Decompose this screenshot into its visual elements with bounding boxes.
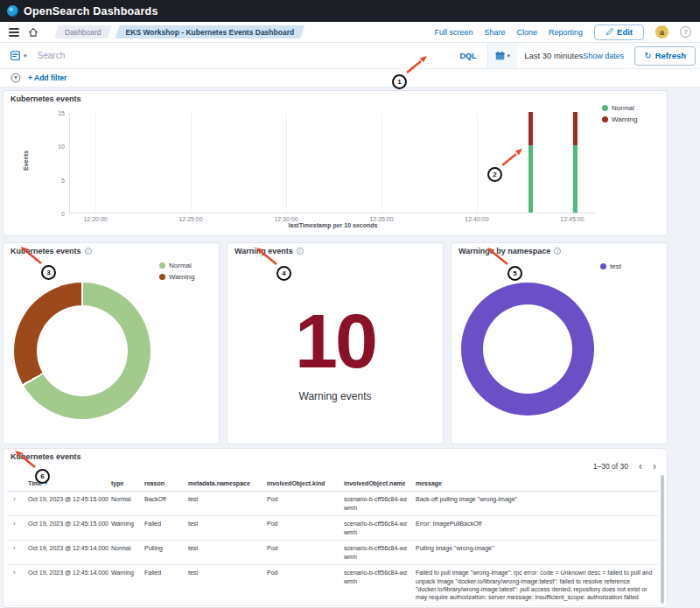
legend-dot-icon [159, 262, 165, 269]
annotation-number: 5 [508, 266, 522, 281]
cell-namespace: test [186, 516, 264, 531]
edit-button-label: Edit [617, 27, 633, 37]
panel-kubernetes-events-donut: Kubernetes events i NormalWarning [3, 242, 220, 444]
legend-item[interactable]: test [600, 262, 621, 270]
annotation-number: 3 [41, 265, 56, 280]
menu-hamburger-icon[interactable] [9, 28, 19, 37]
refresh-button[interactable]: ↻ Refresh [634, 46, 696, 66]
column-header-type[interactable]: type [108, 476, 142, 491]
pencil-icon [606, 28, 613, 36]
metric-value: 10 [228, 303, 443, 380]
expand-row-icon[interactable]: › [8, 541, 25, 557]
cell-message: Pulling image "wrong-image" [413, 541, 659, 556]
legend-item[interactable]: Normal [602, 104, 638, 112]
panel-warnings-by-namespace: Warnings by namespace i test [451, 242, 668, 444]
annotation-arrow-icon [499, 145, 525, 168]
column-header-reason[interactable]: reason [142, 476, 186, 491]
quick-select-date-button[interactable]: ▾ [488, 43, 518, 68]
page-next-icon[interactable]: › [653, 461, 656, 472]
legend-dot-icon [602, 116, 608, 122]
chevron-down-icon[interactable]: ▾ [24, 52, 27, 59]
full-screen-link[interactable]: Full screen [434, 28, 472, 37]
avatar[interactable]: a [655, 25, 668, 38]
legend-dot-icon [159, 274, 165, 280]
page-prev-icon[interactable]: ‹ [639, 461, 642, 472]
cell-kind: Pod [264, 541, 341, 556]
breadcrumb: Dashboard EKS Workshop - Kubernetes Even… [54, 25, 304, 38]
bar-segment-warning[interactable] [528, 112, 533, 145]
saved-query-icon[interactable] [10, 51, 20, 60]
annotation-marker-1: 1 [392, 74, 407, 89]
x-tick-label: 12:25:00 [178, 216, 202, 222]
info-icon[interactable]: i [297, 248, 304, 255]
share-link[interactable]: Share [484, 28, 505, 37]
table-row: ›Oct 19, 2023 @ 12:45:15.000WarningFaile… [8, 516, 659, 541]
legend-item[interactable]: Warning [159, 273, 195, 281]
cell-time: Oct 19, 2023 @ 12:45:15.000 [25, 492, 108, 507]
namespace-donut-chart[interactable] [461, 283, 594, 416]
expand-row-icon[interactable]: › [8, 516, 25, 533]
cell-type: Normal [108, 541, 142, 556]
expand-row-icon[interactable]: › [8, 492, 25, 508]
cell-name: scenario-b-cff56c84-wzwmh [341, 492, 413, 515]
calendar-icon [495, 51, 505, 60]
metric-label: Warning events [228, 390, 443, 402]
breadcrumb-current-dashboard[interactable]: EKS Workshop - Kubernetes Events Dashboa… [116, 25, 305, 38]
add-filter-link[interactable]: + Add filter [28, 73, 66, 82]
annotation-marker-4: 4 [276, 266, 291, 281]
y-tick-label: 10 [58, 143, 65, 150]
refresh-button-label: Refresh [655, 51, 686, 60]
cell-kind: Pod [264, 516, 341, 531]
help-icon[interactable]: ? [680, 26, 691, 38]
edit-button[interactable]: Edit [594, 24, 644, 40]
refresh-icon: ↻ [644, 51, 651, 60]
time-range-value[interactable]: Last 30 minutes [524, 51, 583, 60]
reporting-link[interactable]: Reporting [549, 28, 583, 37]
breadcrumb-dashboard[interactable]: Dashboard [54, 25, 112, 38]
y-tick-label: 0 [61, 211, 65, 217]
dql-button[interactable]: DQL [450, 52, 487, 60]
x-tick-label: 12:40:00 [465, 216, 488, 222]
top-app-bar: OpenSearch Dashboards [0, 0, 700, 22]
column-header-involvedobject-kind[interactable]: involvedObject.kind [264, 476, 341, 491]
bar-segment-normal[interactable] [573, 145, 578, 213]
column-header-metadata-namespace[interactable]: metadata.namespace [186, 476, 264, 491]
navigation-bar: Dashboard EKS Workshop - Kubernetes Even… [0, 22, 700, 43]
info-icon[interactable]: i [554, 248, 561, 255]
info-icon[interactable]: i [85, 248, 92, 255]
annotation-marker-5: 5 [508, 266, 522, 281]
table-row: ›Oct 19, 2023 @ 12:45:15.000NormalBackOf… [8, 492, 659, 516]
legend-dot-icon [602, 105, 608, 111]
x-tick-label: 12:35:00 [369, 216, 393, 222]
column-header-involvedobject-name[interactable]: involvedObject.name [341, 476, 413, 491]
cell-message: Failed to pull image "wrong-image": rpc … [413, 565, 659, 605]
home-icon[interactable] [28, 27, 38, 38]
show-dates-link[interactable]: Show dates [583, 52, 634, 60]
events-donut-legend: NormalWarning [159, 262, 195, 281]
cell-type: Normal [108, 492, 142, 507]
cell-type: Warning [108, 516, 142, 531]
filter-icon[interactable] [10, 73, 21, 83]
events-donut-chart[interactable] [14, 283, 150, 419]
panel-kubernetes-events-table: Kubernetes events 1–30 of 30 ‹ › Time▼ty… [3, 448, 668, 608]
bar-segment-normal[interactable] [528, 145, 533, 213]
cell-name: scenario-b-cff56c84-wzwmh [341, 565, 413, 589]
cell-name: scenario-b-cff56c84-wzwmh [341, 541, 413, 564]
cell-message: Error: ImagePullBackOff [413, 516, 659, 531]
legend-item[interactable]: Warning [602, 115, 638, 123]
dashboard-grid: Kubernetes events Events 12:20:0012:25:0… [0, 87, 700, 608]
annotation-number: 1 [392, 74, 407, 89]
cell-kind: Pod [264, 492, 341, 507]
table-scrollbar[interactable] [661, 475, 664, 604]
annotation-marker-2: 2 [487, 167, 502, 182]
column-header-message[interactable]: message [413, 476, 659, 491]
annotation-arrow-icon [403, 52, 430, 75]
annotation-number: 6 [35, 469, 50, 484]
search-input[interactable]: ▾ Search [0, 51, 450, 60]
namespace-donut-legend: test [600, 262, 621, 270]
legend-item[interactable]: Normal [159, 262, 195, 269]
expand-row-icon[interactable]: › [8, 565, 25, 582]
query-bar: ▾ Search DQL ▾ Last 30 minutes Show date… [0, 43, 700, 69]
clone-link[interactable]: Clone [517, 28, 538, 37]
bar-segment-warning[interactable] [573, 112, 578, 145]
